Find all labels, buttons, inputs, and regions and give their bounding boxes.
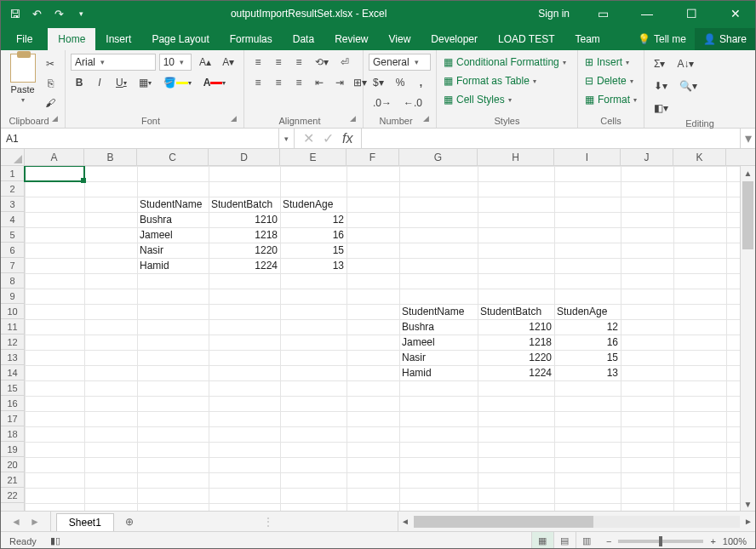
alignment-dialog-icon[interactable]: ◢ (350, 114, 358, 126)
minimize-button[interactable]: ― (627, 1, 667, 26)
underline-button[interactable]: U ▾ (112, 74, 131, 91)
tab-review[interactable]: Review (324, 28, 378, 50)
expand-formula-bar-icon[interactable]: ▾ (740, 129, 755, 148)
zoom-out-icon[interactable]: − (606, 536, 611, 546)
column-header[interactable]: F (346, 149, 399, 165)
find-select-icon[interactable]: 🔍▾ (675, 77, 702, 94)
clipboard-dialog-icon[interactable]: ◢ (52, 114, 60, 126)
zoom-slider[interactable] (618, 540, 703, 543)
row-header[interactable]: 22 (1, 488, 24, 503)
row-header[interactable]: 21 (1, 472, 24, 488)
align-middle-icon[interactable]: ≡ (270, 54, 287, 71)
cell[interactable]: StudentBatch (478, 304, 554, 319)
row-header[interactable]: 1 (1, 166, 24, 181)
cell[interactable]: 13 (554, 365, 621, 380)
cell[interactable]: Bushra (399, 319, 478, 335)
cell[interactable]: 16 (554, 335, 621, 350)
clear-icon[interactable]: ◧▾ (650, 100, 673, 117)
font-size-select[interactable]: 10▾ (159, 54, 192, 71)
delete-cells-button[interactable]: ⊟Delete▾ (583, 74, 639, 88)
vertical-scrollbar[interactable]: ▲ ▼ (740, 166, 755, 511)
tell-me-search[interactable]: 💡Tell me (629, 28, 695, 50)
cell[interactable]: 15 (554, 350, 621, 365)
shrink-font-icon[interactable]: A▾ (219, 54, 238, 71)
format-cells-button[interactable]: ▦Format▾ (583, 93, 639, 106)
font-color-icon[interactable]: A▾ (199, 74, 231, 91)
row-header[interactable]: 3 (1, 197, 24, 212)
macro-record-icon[interactable]: ▮▯ (45, 535, 66, 546)
increase-indent-icon[interactable]: ⇥ (331, 74, 348, 91)
autosum-icon[interactable]: Σ▾ (650, 55, 669, 72)
row-header[interactable]: 5 (1, 227, 24, 243)
bold-button[interactable]: B (71, 74, 88, 91)
cell[interactable]: 1224 (478, 365, 554, 380)
column-header[interactable]: K (673, 149, 726, 165)
align-right-icon[interactable]: ≡ (290, 74, 307, 91)
row-header[interactable]: 7 (1, 258, 24, 273)
scroll-right-icon[interactable]: ► (742, 517, 755, 526)
normal-view-icon[interactable]: ▦ (531, 532, 553, 550)
cell[interactable]: StudentName (399, 304, 478, 319)
cell[interactable]: StudenAge (554, 304, 621, 319)
sheet-nav-next-icon[interactable]: ► (30, 516, 40, 528)
cell-area[interactable]: StudentNameStudentBatchStudenAgeBushra12… (25, 166, 740, 511)
page-layout-view-icon[interactable]: ▤ (553, 532, 576, 550)
insert-function-icon[interactable]: fx (342, 131, 352, 146)
cell[interactable]: Nasir (137, 243, 209, 258)
borders-icon[interactable]: ▦ ▾ (135, 74, 156, 91)
undo-icon[interactable]: ↶ (30, 8, 43, 20)
cell[interactable]: 1220 (478, 350, 554, 365)
tab-view[interactable]: View (379, 28, 421, 50)
cell[interactable]: Jameel (137, 227, 209, 243)
cell[interactable]: Hamid (137, 258, 209, 273)
sheet-nav-prev-icon[interactable]: ◄ (11, 516, 21, 528)
insert-cells-button[interactable]: ⊞Insert▾ (583, 55, 639, 69)
tab-load-test[interactable]: LOAD TEST (488, 28, 564, 50)
row-header[interactable]: 15 (1, 380, 24, 396)
row-header[interactable]: 14 (1, 365, 24, 380)
cell[interactable]: 13 (280, 258, 346, 273)
column-header[interactable]: A (25, 149, 84, 165)
cell[interactable]: 1218 (209, 227, 280, 243)
zoom-in-icon[interactable]: + (710, 536, 715, 546)
accounting-format-icon[interactable]: $▾ (369, 74, 388, 91)
zoom-level[interactable]: 100% (723, 536, 747, 546)
cell[interactable]: 16 (280, 227, 346, 243)
scroll-up-icon[interactable]: ▲ (741, 166, 755, 180)
cell[interactable]: 1218 (478, 335, 554, 350)
copy-icon[interactable]: ⎘ (41, 75, 60, 92)
font-name-select[interactable]: Arial▾ (71, 54, 156, 71)
horizontal-scrollbar[interactable]: ◄ ► (398, 512, 755, 531)
align-left-icon[interactable]: ≡ (249, 74, 266, 91)
column-header[interactable]: G (399, 149, 478, 165)
column-header[interactable]: B (84, 149, 137, 165)
row-header[interactable]: 17 (1, 411, 24, 426)
sign-in-link[interactable]: Sign in (530, 8, 578, 20)
cell[interactable]: 15 (280, 243, 346, 258)
cell[interactable]: StudentName (137, 197, 209, 212)
maximize-button[interactable]: ☐ (672, 1, 711, 26)
align-center-icon[interactable]: ≡ (270, 74, 287, 91)
row-header[interactable]: 6 (1, 243, 24, 258)
column-header[interactable]: J (621, 149, 673, 165)
horizontal-scroll-thumb[interactable] (414, 516, 593, 528)
format-painter-icon[interactable]: 🖌 (41, 94, 60, 112)
cell[interactable]: StudenAge (280, 197, 346, 212)
formula-bar[interactable] (362, 129, 740, 148)
orientation-icon[interactable]: ⟲▾ (311, 54, 333, 71)
redo-icon[interactable]: ↷ (52, 8, 66, 20)
decrease-decimal-icon[interactable]: ←.0 (399, 94, 427, 112)
column-header[interactable]: E (280, 149, 346, 165)
percent-format-icon[interactable]: % (392, 74, 410, 91)
cut-icon[interactable]: ✂ (41, 55, 60, 72)
row-header[interactable]: 2 (1, 181, 24, 197)
select-all-corner[interactable] (1, 149, 25, 165)
cell[interactable]: 1220 (209, 243, 280, 258)
row-header[interactable]: 8 (1, 273, 24, 289)
cell[interactable]: 1210 (478, 319, 554, 335)
tab-page-layout[interactable]: Page Layout (141, 28, 219, 50)
name-box-input[interactable] (1, 133, 278, 145)
vertical-scroll-thumb[interactable] (742, 181, 753, 249)
tab-home[interactable]: Home (48, 28, 95, 50)
number-format-select[interactable]: General▾ (369, 54, 431, 71)
